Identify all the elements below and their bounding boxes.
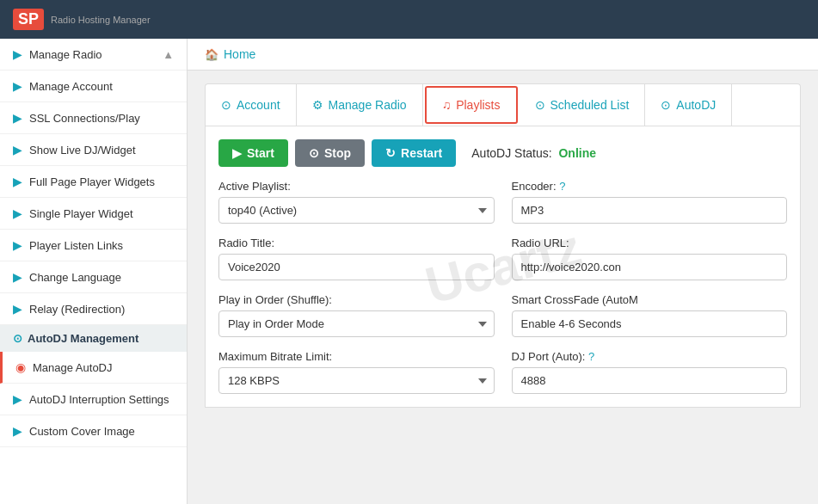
sidebar-item-full-page[interactable]: ▶ Full Page Player Widgets [0, 166, 187, 198]
chevron-up-icon: ▲ [163, 48, 174, 61]
sidebar: ▶ Manage Radio ▲ ▶ Manage Account ▶ SSL … [0, 39, 188, 504]
arrow-icon: ▶ [13, 143, 22, 157]
circle-icon: ◉ [15, 360, 26, 374]
playlists-tab-icon: ♫ [442, 98, 452, 112]
sidebar-item-change-language[interactable]: ▶ Change Language [0, 261, 187, 293]
smart-crossfade-label: Smart CrossFade (AutoM [512, 293, 788, 306]
sidebar-item-manage-account[interactable]: ▶ Manage Account [0, 71, 187, 102]
play-order-group: Play in Order (Shuffle): Play in Order M… [218, 293, 495, 337]
active-playlist-select[interactable]: top40 (Active) [218, 197, 495, 224]
sidebar-item-manage-autodj[interactable]: ◉ Manage AutoDJ [0, 352, 187, 384]
main-content: 🏠 Home ⊙ Account ⚙ Manage Radio ♫ Playli… [188, 39, 818, 504]
dj-port-help-icon[interactable]: ? [588, 350, 594, 363]
arrow-icon: ▶ [13, 392, 22, 406]
radio-title-label: Radio Title: [218, 237, 495, 249]
radio-title-input[interactable] [218, 254, 495, 280]
logo: SP Radio Hosting Manager [13, 9, 151, 30]
tab-playlists[interactable]: ♫ Playlists [425, 86, 518, 124]
tab-label: Scheduled List [550, 98, 630, 112]
arrow-icon: ▶ [13, 111, 22, 125]
tab-account[interactable]: ⊙ Account [206, 84, 297, 126]
encoder-label: Encoder: ? [512, 180, 788, 193]
play-order-select[interactable]: Play in Order Mode [218, 310, 495, 337]
sidebar-item-label: Manage Radio [29, 48, 102, 61]
tab-manage-radio[interactable]: ⚙ Manage Radio [297, 84, 423, 126]
control-panel: Ucartz ▶ Start ⊙ Stop ↻ Restart [205, 126, 801, 408]
breadcrumb: 🏠 Home [188, 39, 818, 71]
encoder-input[interactable] [512, 197, 788, 224]
sidebar-item-label: Player Listen Links [29, 239, 123, 252]
sidebar-item-autodj-interruption[interactable]: ▶ AutoDJ Interruption Settings [0, 384, 187, 415]
arrow-icon: ▶ [13, 424, 22, 438]
sidebar-item-label: Relay (Redirection) [29, 303, 125, 316]
sidebar-section-autodj: ⊙ AutoDJ Management [0, 325, 187, 352]
sidebar-item-manage-radio[interactable]: ▶ Manage Radio ▲ [0, 39, 187, 71]
smart-crossfade-group: Smart CrossFade (AutoM [512, 293, 788, 337]
arrow-icon: ▶ [13, 206, 22, 220]
sidebar-item-relay[interactable]: ▶ Relay (Redirection) [0, 293, 187, 325]
sidebar-item-label: Custom Cover Image [29, 425, 135, 438]
content-area: ⊙ Account ⚙ Manage Radio ♫ Playlists ⊙ S… [188, 71, 818, 504]
play-order-label: Play in Order (Shuffle): [218, 293, 495, 306]
restart-label: Restart [401, 146, 442, 160]
arrow-icon: ▶ [13, 47, 22, 61]
sidebar-item-label: Single Player Widget [29, 207, 133, 220]
smart-crossfade-input[interactable] [512, 310, 788, 337]
restart-icon: ↻ [385, 146, 396, 160]
arrow-icon: ▶ [13, 175, 22, 188]
stop-label: Stop [324, 146, 351, 160]
autodj-tab-icon: ⊙ [661, 98, 671, 112]
status-prefix: AutoDJ Status: [471, 146, 551, 160]
layout: ▶ Manage Radio ▲ ▶ Manage Account ▶ SSL … [0, 39, 818, 504]
sidebar-item-single-player[interactable]: ▶ Single Player Widget [0, 198, 187, 230]
max-bitrate-group: Maximum Bitrate Limit: 128 KBPS [218, 350, 495, 394]
sidebar-item-label: Manage Account [29, 80, 113, 93]
arrow-icon: ▶ [13, 270, 22, 284]
start-label: Start [247, 146, 274, 160]
arrow-icon: ▶ [13, 238, 22, 252]
account-tab-icon: ⊙ [221, 98, 231, 112]
breadcrumb-link[interactable]: Home [224, 47, 255, 61]
dj-port-label: DJ Port (Auto): ? [512, 350, 788, 363]
section-label: AutoDJ Management [28, 332, 138, 345]
radio-url-input[interactable] [512, 254, 788, 280]
tab-label: Account [237, 98, 280, 112]
tabs-bar: ⊙ Account ⚙ Manage Radio ♫ Playlists ⊙ S… [205, 83, 801, 126]
sidebar-item-label: AutoDJ Interruption Settings [29, 393, 169, 406]
tab-autodj[interactable]: ⊙ AutoDJ [645, 84, 732, 126]
max-bitrate-select[interactable]: 128 KBPS [218, 367, 495, 394]
manage-radio-tab-icon: ⚙ [312, 98, 323, 112]
radio-url-label: Radio URL: [512, 237, 788, 249]
form-grid: Active Playlist: top40 (Active) Encoder:… [218, 180, 787, 394]
stop-button[interactable]: ⊙ Stop [295, 139, 365, 167]
circle-icon: ⊙ [13, 332, 22, 345]
tab-scheduled-list[interactable]: ⊙ Scheduled List [520, 84, 646, 126]
top-bar: SP Radio Hosting Manager [0, 0, 818, 39]
tab-label: AutoDJ [676, 98, 716, 112]
restart-button[interactable]: ↻ Restart [372, 139, 456, 167]
sidebar-item-label: SSL Connections/Play [29, 112, 140, 125]
logo-subtitle: Radio Hosting Manager [51, 15, 151, 25]
sidebar-item-label: Show Live DJ/Widget [29, 144, 136, 157]
autodj-status: AutoDJ Status: Online [471, 146, 596, 160]
tab-label: Playlists [456, 98, 500, 112]
home-icon: 🏠 [205, 48, 218, 61]
dj-port-group: DJ Port (Auto): ? [512, 350, 788, 394]
sidebar-item-player-listen[interactable]: ▶ Player Listen Links [0, 230, 187, 261]
start-button[interactable]: ▶ Start [218, 139, 288, 167]
sidebar-item-show-live-dj[interactable]: ▶ Show Live DJ/Widget [0, 134, 187, 166]
dj-port-input[interactable] [512, 367, 788, 394]
radio-title-group: Radio Title: [218, 237, 495, 280]
play-icon: ▶ [232, 146, 242, 160]
sidebar-item-label: Full Page Player Widgets [29, 175, 155, 188]
sidebar-item-custom-cover[interactable]: ▶ Custom Cover Image [0, 415, 187, 447]
sidebar-item-ssl[interactable]: ▶ SSL Connections/Play [0, 102, 187, 134]
encoder-help-icon[interactable]: ? [559, 180, 565, 193]
scheduled-tab-icon: ⊙ [535, 98, 545, 112]
arrow-icon: ▶ [13, 302, 22, 316]
sidebar-item-label: Manage AutoDJ [33, 361, 113, 374]
radio-url-group: Radio URL: [512, 237, 788, 280]
active-playlist-group: Active Playlist: top40 (Active) [218, 180, 495, 224]
logo-sp: SP [13, 9, 44, 30]
stop-icon: ⊙ [309, 146, 319, 160]
